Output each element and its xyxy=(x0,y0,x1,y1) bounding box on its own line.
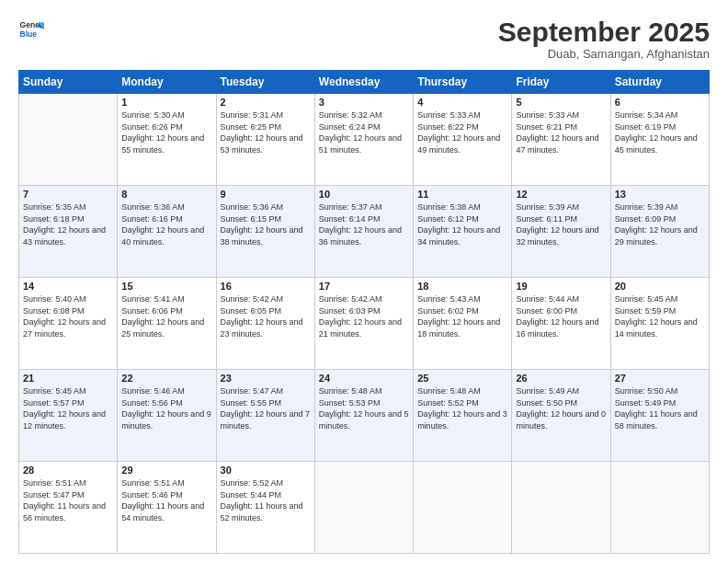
sunset-text: Sunset: 5:47 PM xyxy=(23,490,85,500)
day-number: 27 xyxy=(615,373,705,384)
table-row: 6 Sunrise: 5:34 AM Sunset: 6:19 PM Dayli… xyxy=(610,94,709,186)
day-info: Sunrise: 5:35 AM Sunset: 6:18 PM Dayligh… xyxy=(23,201,113,247)
day-info: Sunrise: 5:40 AM Sunset: 6:08 PM Dayligh… xyxy=(23,293,113,339)
header-thursday: Thursday xyxy=(414,71,512,94)
daylight-text: Daylight: 12 hours and 38 minutes. xyxy=(221,225,303,247)
sunrise-text: Sunrise: 5:49 AM xyxy=(516,386,579,396)
sunrise-text: Sunrise: 5:30 AM xyxy=(121,110,185,120)
daylight-text: Daylight: 12 hours and 23 minutes. xyxy=(221,317,303,339)
table-row: 19 Sunrise: 5:44 AM Sunset: 6:00 PM Dayl… xyxy=(512,278,610,370)
table-row: 18 Sunrise: 5:43 AM Sunset: 6:02 PM Dayl… xyxy=(414,278,512,370)
daylight-text: Daylight: 12 hours and 29 minutes. xyxy=(615,225,698,247)
day-number: 25 xyxy=(417,373,507,384)
calendar-week-row: 28 Sunrise: 5:51 AM Sunset: 5:47 PM Dayl… xyxy=(19,462,710,554)
sunrise-text: Sunrise: 5:39 AM xyxy=(615,202,678,212)
daylight-text: Daylight: 12 hours and 12 minutes. xyxy=(23,409,106,431)
day-number: 4 xyxy=(417,97,507,108)
day-number: 19 xyxy=(516,281,606,292)
sunset-text: Sunset: 6:16 PM xyxy=(121,214,183,224)
daylight-text: Daylight: 12 hours and 5 minutes. xyxy=(319,409,409,431)
day-number: 7 xyxy=(23,189,113,200)
sunrise-text: Sunrise: 5:51 AM xyxy=(121,478,185,488)
daylight-text: Daylight: 11 hours and 56 minutes. xyxy=(23,501,106,523)
daylight-text: Daylight: 12 hours and 27 minutes. xyxy=(23,317,106,339)
sunrise-text: Sunrise: 5:39 AM xyxy=(516,202,579,212)
table-row: 23 Sunrise: 5:47 AM Sunset: 5:55 PM Dayl… xyxy=(216,370,314,462)
sunset-text: Sunset: 6:22 PM xyxy=(417,122,479,132)
sunset-text: Sunset: 6:02 PM xyxy=(417,306,479,316)
daylight-text: Daylight: 12 hours and 0 minutes. xyxy=(516,409,606,431)
table-row: 20 Sunrise: 5:45 AM Sunset: 5:59 PM Dayl… xyxy=(610,278,709,370)
sunset-text: Sunset: 6:06 PM xyxy=(121,306,183,316)
day-info: Sunrise: 5:42 AM Sunset: 6:03 PM Dayligh… xyxy=(319,293,409,339)
day-info: Sunrise: 5:30 AM Sunset: 6:26 PM Dayligh… xyxy=(121,109,211,155)
sunrise-text: Sunrise: 5:31 AM xyxy=(221,110,284,120)
day-number: 8 xyxy=(121,189,211,200)
header: General Blue September 2025 Duab, Samang… xyxy=(18,17,710,61)
day-number: 21 xyxy=(23,373,113,384)
day-info: Sunrise: 5:48 AM Sunset: 5:53 PM Dayligh… xyxy=(319,385,409,431)
day-number: 5 xyxy=(516,97,606,108)
sunset-text: Sunset: 5:57 PM xyxy=(23,398,85,408)
sunset-text: Sunset: 6:05 PM xyxy=(221,306,282,316)
sunset-text: Sunset: 6:25 PM xyxy=(221,122,282,132)
table-row: 4 Sunrise: 5:33 AM Sunset: 6:22 PM Dayli… xyxy=(414,94,512,186)
sunset-text: Sunset: 5:56 PM xyxy=(121,398,183,408)
daylight-text: Daylight: 12 hours and 7 minutes. xyxy=(221,409,311,431)
table-row: 7 Sunrise: 5:35 AM Sunset: 6:18 PM Dayli… xyxy=(19,186,118,278)
sunrise-text: Sunrise: 5:44 AM xyxy=(516,294,579,304)
sunrise-text: Sunrise: 5:34 AM xyxy=(615,110,678,120)
table-row: 14 Sunrise: 5:40 AM Sunset: 6:08 PM Dayl… xyxy=(19,278,118,370)
day-number: 24 xyxy=(319,373,409,384)
day-info: Sunrise: 5:45 AM Sunset: 5:59 PM Dayligh… xyxy=(615,293,705,339)
day-info: Sunrise: 5:38 AM Sunset: 6:12 PM Dayligh… xyxy=(417,201,507,247)
table-row: 21 Sunrise: 5:45 AM Sunset: 5:57 PM Dayl… xyxy=(19,370,118,462)
table-row xyxy=(512,462,610,554)
table-row: 29 Sunrise: 5:51 AM Sunset: 5:46 PM Dayl… xyxy=(118,462,216,554)
day-info: Sunrise: 5:36 AM Sunset: 6:15 PM Dayligh… xyxy=(221,201,311,247)
day-info: Sunrise: 5:45 AM Sunset: 5:57 PM Dayligh… xyxy=(23,385,113,431)
sunrise-text: Sunrise: 5:37 AM xyxy=(319,202,382,212)
day-number: 1 xyxy=(121,97,211,108)
sunset-text: Sunset: 5:46 PM xyxy=(121,490,183,500)
daylight-text: Daylight: 12 hours and 34 minutes. xyxy=(417,225,500,247)
sunset-text: Sunset: 5:49 PM xyxy=(615,398,677,408)
day-info: Sunrise: 5:47 AM Sunset: 5:55 PM Dayligh… xyxy=(221,385,311,431)
sunrise-text: Sunrise: 5:46 AM xyxy=(121,386,185,396)
day-info: Sunrise: 5:31 AM Sunset: 6:25 PM Dayligh… xyxy=(221,109,311,155)
day-info: Sunrise: 5:52 AM Sunset: 5:44 PM Dayligh… xyxy=(221,477,311,523)
day-number: 18 xyxy=(417,281,507,292)
header-tuesday: Tuesday xyxy=(216,71,314,94)
day-info: Sunrise: 5:33 AM Sunset: 6:22 PM Dayligh… xyxy=(417,109,507,155)
daylight-text: Daylight: 11 hours and 52 minutes. xyxy=(221,501,303,523)
sunset-text: Sunset: 5:50 PM xyxy=(516,398,577,408)
logo: General Blue xyxy=(18,17,44,42)
day-info: Sunrise: 5:34 AM Sunset: 6:19 PM Dayligh… xyxy=(615,109,705,155)
table-row: 28 Sunrise: 5:51 AM Sunset: 5:47 PM Dayl… xyxy=(19,462,118,554)
day-number: 28 xyxy=(23,465,113,476)
day-info: Sunrise: 5:50 AM Sunset: 5:49 PM Dayligh… xyxy=(615,385,705,431)
header-monday: Monday xyxy=(118,71,216,94)
sunrise-text: Sunrise: 5:43 AM xyxy=(417,294,481,304)
table-row: 10 Sunrise: 5:37 AM Sunset: 6:14 PM Dayl… xyxy=(314,186,413,278)
header-saturday: Saturday xyxy=(610,71,709,94)
day-number: 20 xyxy=(615,281,705,292)
sunset-text: Sunset: 6:03 PM xyxy=(319,306,381,316)
table-row xyxy=(314,462,413,554)
sunrise-text: Sunrise: 5:33 AM xyxy=(417,110,481,120)
day-info: Sunrise: 5:43 AM Sunset: 6:02 PM Dayligh… xyxy=(417,293,507,339)
daylight-text: Daylight: 12 hours and 47 minutes. xyxy=(516,133,598,155)
daylight-text: Daylight: 12 hours and 51 minutes. xyxy=(319,133,402,155)
sunset-text: Sunset: 6:12 PM xyxy=(417,214,479,224)
day-info: Sunrise: 5:41 AM Sunset: 6:06 PM Dayligh… xyxy=(121,293,211,339)
sunset-text: Sunset: 6:09 PM xyxy=(615,214,677,224)
day-info: Sunrise: 5:51 AM Sunset: 5:46 PM Dayligh… xyxy=(121,477,211,523)
sunset-text: Sunset: 6:18 PM xyxy=(23,214,85,224)
calendar-week-row: 1 Sunrise: 5:30 AM Sunset: 6:26 PM Dayli… xyxy=(19,94,710,186)
table-row xyxy=(414,462,512,554)
day-number: 12 xyxy=(516,189,606,200)
header-friday: Friday xyxy=(512,71,610,94)
sunset-text: Sunset: 5:44 PM xyxy=(221,490,282,500)
daylight-text: Daylight: 12 hours and 21 minutes. xyxy=(319,317,402,339)
daylight-text: Daylight: 12 hours and 32 minutes. xyxy=(516,225,598,247)
